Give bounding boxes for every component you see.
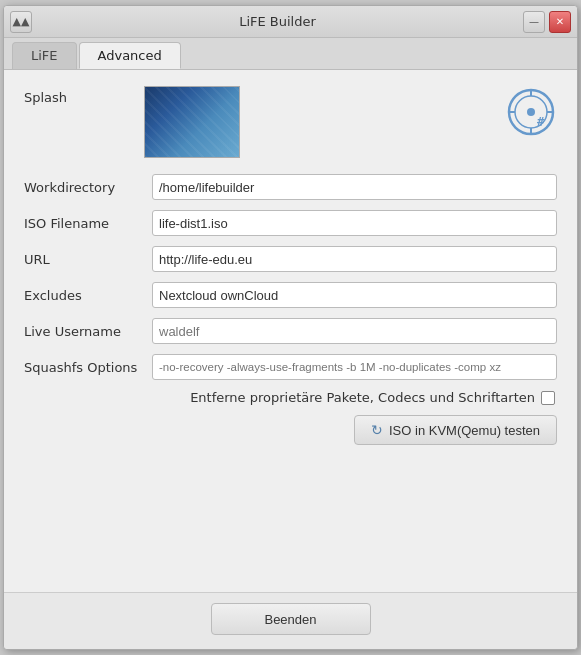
kvm-button-label: ISO in KVM(Qemu) testen bbox=[389, 423, 540, 438]
main-window: ▲▲ LiFE Builder — ✕ LiFE Advanced Splash bbox=[3, 5, 578, 650]
content-area: Splash # Workdirectory bbox=[4, 70, 577, 592]
iso-filename-row: ISO Filename bbox=[24, 210, 557, 236]
refresh-icon: ↻ bbox=[371, 422, 383, 438]
titlebar-left-controls: ▲▲ bbox=[10, 11, 32, 33]
squashfs-row: Squashfs Options bbox=[24, 354, 557, 380]
url-label: URL bbox=[24, 252, 144, 267]
beenden-button[interactable]: Beenden bbox=[211, 603, 371, 635]
kvm-test-button[interactable]: ↻ ISO in KVM(Qemu) testen bbox=[354, 415, 557, 445]
beenden-label: Beenden bbox=[264, 612, 316, 627]
close-button[interactable]: ✕ bbox=[549, 11, 571, 33]
minimize-button[interactable]: — bbox=[523, 11, 545, 33]
collapse-button[interactable]: ▲▲ bbox=[10, 11, 32, 33]
titlebar: ▲▲ LiFE Builder — ✕ bbox=[4, 6, 577, 38]
live-username-label: Live Username bbox=[24, 324, 144, 339]
squashfs-label: Squashfs Options bbox=[24, 360, 144, 375]
life-builder-logo: # bbox=[505, 86, 557, 138]
workdirectory-input[interactable] bbox=[152, 174, 557, 200]
kvm-button-row: ↻ ISO in KVM(Qemu) testen bbox=[24, 415, 557, 445]
url-row: URL bbox=[24, 246, 557, 272]
excludes-label: Excludes bbox=[24, 288, 144, 303]
workdirectory-row: Workdirectory bbox=[24, 174, 557, 200]
remove-proprietary-checkbox[interactable] bbox=[541, 391, 555, 405]
logo-area: # bbox=[505, 86, 557, 138]
squashfs-input[interactable] bbox=[152, 354, 557, 380]
workdirectory-label: Workdirectory bbox=[24, 180, 144, 195]
live-username-input[interactable] bbox=[152, 318, 557, 344]
checkbox-label: Entferne proprietäre Pakete, Codecs und … bbox=[190, 390, 535, 405]
splash-row: Splash # bbox=[24, 86, 557, 158]
splash-image[interactable] bbox=[144, 86, 240, 158]
live-username-row: Live Username bbox=[24, 318, 557, 344]
splash-image-inner bbox=[145, 87, 239, 157]
svg-text:#: # bbox=[537, 115, 545, 129]
checkbox-row: Entferne proprietäre Pakete, Codecs und … bbox=[24, 390, 557, 405]
iso-filename-label: ISO Filename bbox=[24, 216, 144, 231]
splash-label: Splash bbox=[24, 86, 144, 105]
tab-bar: LiFE Advanced bbox=[4, 38, 577, 70]
iso-filename-input[interactable] bbox=[152, 210, 557, 236]
url-input[interactable] bbox=[152, 246, 557, 272]
titlebar-right-controls: — ✕ bbox=[523, 11, 571, 33]
excludes-row: Excludes bbox=[24, 282, 557, 308]
tab-life[interactable]: LiFE bbox=[12, 42, 77, 69]
content-spacer bbox=[24, 455, 557, 576]
window-title: LiFE Builder bbox=[32, 14, 523, 29]
tab-advanced[interactable]: Advanced bbox=[79, 42, 181, 69]
footer: Beenden bbox=[4, 592, 577, 649]
excludes-input[interactable] bbox=[152, 282, 557, 308]
svg-point-2 bbox=[527, 108, 535, 116]
